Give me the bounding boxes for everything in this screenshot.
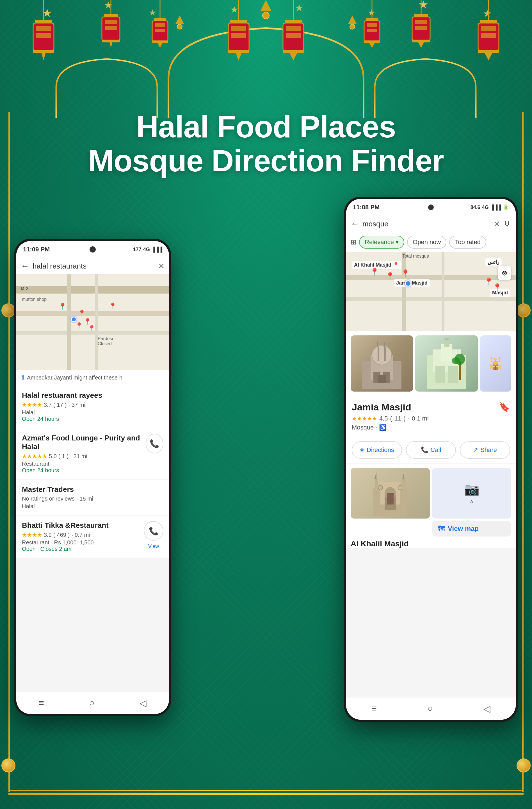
- stars-4: ★★★★: [22, 532, 42, 538]
- share-button-mosque[interactable]: ↗ Share: [460, 441, 510, 459]
- search-bar-phone1[interactable]: ← halal restaurants ✕: [16, 258, 169, 274]
- mosque-photos: 🕌: [346, 331, 516, 396]
- stars-1: ★★★★: [22, 401, 42, 408]
- svg-rect-50: [283, 50, 304, 53]
- svg-text:★: ★: [418, 0, 428, 11]
- road-m2: [16, 286, 169, 294]
- restaurant-status-1: Open 24 hours: [22, 416, 163, 422]
- svg-rect-63: [415, 26, 427, 30]
- svg-rect-41: [231, 26, 246, 31]
- svg-rect-62: [415, 20, 427, 24]
- phones-container: 11:09 PM 177 4G ▐▐▐ ← halal restaurants …: [0, 196, 532, 781]
- title-line2: Mosque Direction Finder: [0, 143, 532, 177]
- nav-home-phone1[interactable]: ○: [89, 698, 94, 708]
- time-phone1: 11:09 PM: [23, 246, 50, 253]
- mosque-image-1: [351, 335, 413, 392]
- mosque-image-2: [415, 335, 478, 392]
- svg-text:★: ★: [483, 8, 492, 19]
- filter-chip-open-now[interactable]: Open now: [407, 236, 446, 248]
- mic-button-phone2[interactable]: 🎙: [503, 219, 511, 229]
- road-h1: [16, 311, 169, 316]
- clear-button-phone2[interactable]: ✕: [494, 219, 500, 229]
- nav-menu-phone2[interactable]: ≡: [371, 703, 377, 714]
- p2-road-h2: [346, 297, 516, 301]
- search-bar-phone2[interactable]: ← mosque ✕ 🎙: [346, 216, 516, 232]
- restaurant-item-4[interactable]: Bhatti Tikka &Restaurant ★★★★ 3.9 (469) …: [16, 515, 169, 558]
- call-icon: 📞: [421, 446, 428, 454]
- mosque-stars: ★★★★★: [352, 415, 377, 422]
- restaurant-item-3[interactable]: Master Traders No ratings or reviews · 1…: [16, 480, 169, 515]
- svg-marker-7: [348, 15, 357, 24]
- map-area-phone1[interactable]: M-2 mutton shop PardesiClosed 📍 📍: [16, 274, 169, 370]
- svg-marker-37: [158, 43, 162, 48]
- nav-back-phone2[interactable]: ◁: [483, 703, 491, 714]
- restaurant-item-1[interactable]: Halal restuarant rayees ★★★★ 3.7 (17) · …: [16, 385, 169, 428]
- user-location-dot-phone2: [405, 280, 411, 287]
- restaurant-row-2: Azmat's Food Lounge - Purity and Halal ★…: [22, 434, 163, 474]
- layers-button[interactable]: ⊗: [498, 266, 511, 280]
- filter-chip-relevance[interactable]: Relevance ▾: [359, 236, 404, 248]
- second-mosque-photo-2[interactable]: 📷 A: [432, 468, 511, 519]
- map-pin-food4: 📍: [75, 322, 83, 329]
- search-input-phone2[interactable]: mosque: [362, 220, 490, 228]
- call-button-4[interactable]: 📞: [144, 521, 163, 541]
- back-button-phone1[interactable]: ←: [21, 261, 29, 271]
- area-label-pardesi: PardesiClosed: [98, 336, 113, 346]
- nav-home-phone2[interactable]: ○: [427, 703, 432, 714]
- restaurant-type-2: Restaurant: [22, 461, 146, 467]
- svg-rect-64: [412, 40, 430, 42]
- clear-button-phone1[interactable]: ✕: [158, 261, 164, 271]
- svg-rect-21: [36, 33, 51, 38]
- time-phone2: 11:08 PM: [353, 204, 379, 211]
- mosque-photo-2[interactable]: [415, 335, 478, 392]
- second-mosque-photo-2-container: 📷 A 🗺 View map: [432, 468, 511, 536]
- restaurant-item-2[interactable]: Azmat's Food Lounge - Purity and Halal ★…: [16, 428, 169, 480]
- svg-rect-28: [105, 26, 117, 30]
- road-v2: [95, 274, 98, 370]
- svg-rect-70: [481, 33, 496, 38]
- restaurant-rating-3: No ratings or reviews · 15 mi: [22, 496, 163, 502]
- call-button-2[interactable]: 📞: [146, 434, 163, 453]
- second-mosque-photos: 📷 A 🗺 View map: [346, 464, 516, 536]
- second-mosque-name-partial: Al Khalil Masjid: [346, 536, 516, 548]
- restaurant-name-4: Bhatti Tikka &Restaurant: [22, 521, 109, 530]
- mosque-photo-3[interactable]: 🕌: [480, 335, 511, 392]
- restaurant-type-4: Restaurant · Rs 1,000–1,500: [22, 539, 109, 546]
- svg-rect-29: [102, 40, 120, 42]
- road-m2-label: M-2: [21, 286, 28, 291]
- second-mosque-photo-1[interactable]: [351, 468, 430, 519]
- svg-rect-97: [387, 493, 394, 504]
- status-bar-phone1: 11:09 PM 177 4G ▐▐▐: [16, 241, 169, 258]
- view-button-4[interactable]: View: [148, 544, 159, 549]
- action-buttons: ◈ Directions 📞 Call ↗ Share: [346, 437, 516, 464]
- svg-point-75: [372, 345, 392, 365]
- filter-icon-phone2[interactable]: ⊞: [351, 238, 356, 246]
- svg-marker-103: [402, 472, 404, 479]
- save-icon[interactable]: 🔖: [499, 402, 510, 412]
- svg-rect-82: [377, 375, 386, 383]
- search-input-phone1[interactable]: halal restaurants: [33, 262, 155, 271]
- mosque-name: Jamia Masjid: [352, 402, 429, 413]
- camera-overlay: 📷 A: [432, 468, 511, 519]
- svg-marker-30: [109, 42, 112, 48]
- label-jamia: Jamia Masjid: [394, 279, 430, 287]
- filter-chip-top-rated[interactable]: Top rated: [449, 236, 486, 248]
- restaurant-info-2: Azmat's Food Lounge - Purity and Halal ★…: [22, 434, 146, 474]
- mosque-photo-1[interactable]: [351, 335, 413, 392]
- road-v1: [67, 274, 71, 370]
- call-button-mosque[interactable]: 📞 Call: [406, 441, 456, 459]
- p2-pin5: 📍: [493, 283, 502, 292]
- svg-marker-44: [236, 53, 242, 61]
- map-pin-food2: 📍: [78, 310, 86, 317]
- directions-button[interactable]: ◈ Directions: [352, 441, 402, 459]
- restaurant-name-3: Master Traders: [22, 485, 163, 494]
- svg-rect-20: [36, 26, 51, 31]
- back-button-phone2[interactable]: ←: [351, 219, 359, 229]
- phone2: 11:08 PM 84.6 4G ▐▐▐ 🔋 ← mosque ✕ 🎙 ⊞: [344, 196, 518, 722]
- nav-back-phone1[interactable]: ◁: [140, 698, 146, 708]
- p2-pin4: 📍: [484, 277, 493, 286]
- map-area-phone2[interactable]: Al Khalil Masjid 📍 Jamia Masjid Masjid ر…: [346, 252, 516, 331]
- svg-point-92: [452, 357, 460, 364]
- view-map-button[interactable]: 🗺 View map: [432, 521, 511, 536]
- nav-menu-phone1[interactable]: ≡: [39, 698, 44, 708]
